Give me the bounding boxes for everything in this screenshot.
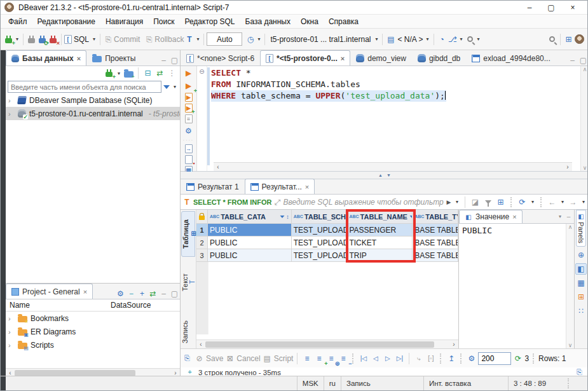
new-connection-small-icon[interactable]: + <box>104 68 114 79</box>
add-row-icon[interactable]: ≡+ <box>313 353 324 364</box>
tab-projects[interactable]: Проекты <box>86 50 141 65</box>
back-dropdown[interactable]: ▾ <box>559 199 566 205</box>
fetch-all-icon[interactable]: [▫] <box>425 353 436 364</box>
execute-statement-icon[interactable]: ▶ <box>183 67 194 78</box>
tab-value[interactable]: ◧ Значение × <box>459 210 523 223</box>
tab-gibdd-db[interactable]: gibdd_db <box>412 50 466 65</box>
metadata-panel-icon[interactable]: ▦ <box>575 277 587 289</box>
close-icon[interactable]: × <box>512 213 516 221</box>
active-schema-value[interactable]: < N/A > <box>396 35 424 44</box>
edit-cell-icon[interactable]: ≡ <box>301 353 312 364</box>
network-profile-dropdown[interactable]: ▾ <box>458 36 465 42</box>
cell[interactable]: TRIP <box>347 249 413 262</box>
presentation-tab-record[interactable]: Запись <box>181 317 195 347</box>
menu-database[interactable]: База данных <box>240 16 296 27</box>
column-header-table-schema[interactable]: ABC TABLE_SCHEI ↕ <box>292 210 348 224</box>
value-viewer-toggle-icon[interactable]: ⊕ <box>575 249 587 261</box>
fold-collapse-icon[interactable]: ⊖ <box>199 68 204 75</box>
maximize-view-icon[interactable]: ▢ <box>578 55 588 65</box>
last-row-icon[interactable]: ▷| <box>394 353 405 364</box>
scroll-down-icon[interactable]: ∨ <box>583 165 587 171</box>
collapse-all-icon[interactable]: ⊟ <box>142 68 153 79</box>
refresh-results-icon[interactable]: ⟳ <box>517 196 528 207</box>
expand-chevron-icon[interactable]: › <box>8 328 15 336</box>
back-icon[interactable]: ← <box>547 196 557 207</box>
close-icon[interactable]: × <box>77 55 81 62</box>
cell[interactable]: BASE TABLE <box>413 224 458 237</box>
panel-menu-dropdown[interactable]: ▾ <box>557 214 563 219</box>
cell[interactable]: TICKET <box>347 237 413 249</box>
editor-vertical-scrollbar[interactable]: ∧ ∨ <box>580 66 588 171</box>
apply-filter-icon[interactable]: ▶ <box>446 196 452 207</box>
open-perspective-icon[interactable]: ⊞ <box>563 34 574 45</box>
sql-editor-icon[interactable]: [ <box>64 35 72 44</box>
cell[interactable]: BASE TABLE <box>413 237 458 249</box>
insert-mode-cell[interactable]: Инт. вставка <box>423 376 508 390</box>
transaction-log-dropdown[interactable]: ▾ <box>256 36 262 42</box>
references-panel-icon[interactable]: ∷ <box>575 305 587 317</box>
minimize-view-icon[interactable]: – <box>567 55 578 65</box>
scrollbar-thumb[interactable] <box>15 370 135 376</box>
object-search-input[interactable] <box>8 81 161 93</box>
column-filter-icon[interactable] <box>280 215 285 217</box>
forward-dropdown[interactable]: ▾ <box>580 199 587 205</box>
first-row-icon[interactable]: |◁ <box>358 353 369 364</box>
scroll-up-icon[interactable]: ∧ <box>583 66 587 72</box>
new-connection-icon[interactable]: + <box>3 34 14 45</box>
expand-chevron-icon[interactable]: › <box>8 341 15 349</box>
scroll-down-icon[interactable]: ∨ <box>568 342 573 348</box>
sql-editor-dropdown[interactable]: ▾ <box>91 36 97 42</box>
scrollbar-thumb[interactable] <box>205 341 434 348</box>
active-schema-dropdown[interactable]: ▾ <box>425 36 431 42</box>
presentation-tab-text[interactable]: Текст T <box>181 266 195 299</box>
scroll-up-icon[interactable]: ∧ <box>568 224 573 230</box>
previous-row-icon[interactable]: ◁ <box>370 353 381 364</box>
tab-script-6[interactable]: [ *<none> Script-6 <box>181 50 260 65</box>
row-number[interactable]: 2 <box>196 237 208 249</box>
grid-config-gear-icon[interactable]: ⚙ <box>466 353 477 364</box>
tree-item-sample-database[interactable]: › DBeaver Sample Database (SQLite) <box>6 93 180 107</box>
cell[interactable]: PUBLIC <box>208 237 292 249</box>
tree-item-bookmarks[interactable]: › ★ Bookmarks <box>6 312 180 325</box>
value-vertical-scrollbar[interactable]: ∧ ∨ <box>566 224 574 348</box>
delete-row-icon[interactable]: ≡− <box>338 353 348 364</box>
row-number[interactable]: 1 <box>196 224 208 237</box>
tree-item-er-diagrams[interactable]: › ▣ ER Diagrams <box>6 325 180 338</box>
close-icon[interactable]: × <box>341 55 345 62</box>
menu-file[interactable]: Файл <box>3 16 32 27</box>
scroll-right-icon[interactable]: › <box>563 163 572 170</box>
tab-databases[interactable]: Базы данных × <box>6 50 86 65</box>
explain-plan-icon[interactable]: ≡ <box>185 114 193 123</box>
record-mode-icon[interactable]: ⎘ <box>182 353 193 364</box>
grid-corner-cell[interactable] <box>196 210 208 224</box>
refresh-dropdown[interactable]: ▾ <box>530 199 536 205</box>
sash-down-icon[interactable]: ▼ <box>386 173 391 177</box>
menu-navigation[interactable]: Навигация <box>100 16 148 27</box>
expand-icon[interactable]: + <box>137 288 147 299</box>
link-editor-icon[interactable]: ⇄ <box>147 288 158 299</box>
tab-result-2-active[interactable]: Результат... × <box>245 179 315 194</box>
window-maximize-button[interactable]: ▢ <box>540 1 562 14</box>
forward-icon[interactable]: → <box>568 196 578 207</box>
filter-settings-icon[interactable] <box>482 196 493 207</box>
filter-dropdown[interactable]: ▾ <box>172 84 178 90</box>
export-result-icon[interactable]: → <box>185 144 193 153</box>
filter-history-dropdown[interactable]: ▾ <box>454 199 460 205</box>
disconnect-icon[interactable]: × <box>48 34 58 45</box>
cell[interactable]: PASSENGER <box>347 224 413 237</box>
menu-help[interactable]: Справка <box>324 16 364 27</box>
new-connection-small-dropdown[interactable]: ▾ <box>116 71 122 76</box>
menu-sql-editor[interactable]: Редактор SQL <box>179 16 240 27</box>
cell[interactable]: TEST_UPLOAD_DAT <box>292 249 348 262</box>
export-data-icon[interactable]: ↥ <box>446 353 456 364</box>
code-area[interactable]: ⊖ SELECT *FROM INFORMATION_SCHEMA.tables… <box>197 66 580 171</box>
dashboard-icon[interactable]: ◔ <box>437 34 448 45</box>
column-datasource[interactable]: DataSource <box>111 301 176 310</box>
execute-script-icon[interactable]: ▶ <box>185 93 193 102</box>
tree-item-scripts[interactable]: › ▤ Scripts <box>6 338 180 352</box>
scroll-left-icon[interactable]: ‹ <box>214 163 222 170</box>
copy-row-icon[interactable]: ≡⊚ <box>325 353 336 364</box>
tab-demo-view[interactable]: demo_view <box>350 50 412 65</box>
menu-edit[interactable]: Редактирование <box>32 16 100 27</box>
transaction-mode-icon[interactable]: T <box>184 34 195 45</box>
